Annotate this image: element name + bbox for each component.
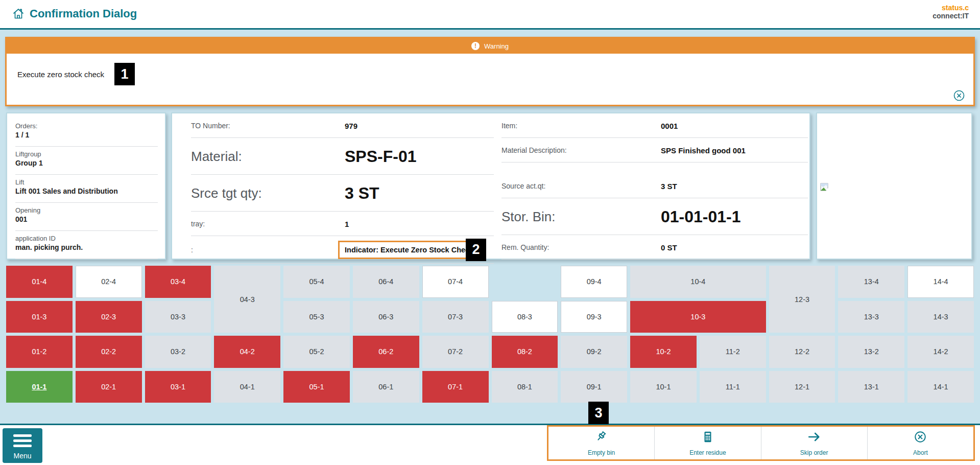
bin-cell-14-1[interactable]: 14-1 — [907, 371, 974, 403]
order-detail-panel: TO Number:979Material:SPS-F-01Srce tgt q… — [171, 112, 810, 260]
bin-cell-02-1[interactable]: 02-1 — [76, 371, 142, 403]
action-button-label: Empty bin — [588, 449, 615, 456]
annotation-badge-2: 2 — [466, 239, 486, 261]
bin-cell-10-3[interactable]: 10-3 — [630, 301, 766, 333]
confirmation-dialog-screen: Confirmation Dialog status.c connect:IT … — [0, 0, 980, 465]
bin-cell-07-3[interactable]: 07-3 — [422, 301, 489, 333]
bin-cell-09-1[interactable]: 09-1 — [561, 371, 627, 403]
hamburger-icon — [13, 434, 32, 447]
bin-cell-02-2[interactable]: 02-2 — [76, 336, 142, 368]
field-value: 1 / 1 — [15, 131, 158, 139]
order-info-row: LiftLift 001 Sales and Distribution — [15, 175, 158, 203]
bin-cell-02-4[interactable]: 02-4 — [76, 266, 142, 298]
brand-logo: status.c connect:IT — [933, 4, 969, 20]
bin-cell-08-1[interactable]: 08-1 — [492, 371, 558, 403]
warning-dialog: ! Warning Execute zero stock check 1 — [5, 37, 975, 106]
field-value: SPS Finished good 001 — [661, 146, 746, 154]
field-value: Group 1 — [15, 159, 158, 167]
bin-cell-10-4[interactable]: 10-4 — [630, 266, 766, 298]
bin-cell-05-2[interactable]: 05-2 — [283, 336, 350, 368]
skip-order-button[interactable]: Skip order — [761, 427, 867, 459]
order-info-row: application IDman. picking purch. — [15, 231, 158, 259]
arrow-right-icon — [807, 430, 821, 444]
order-info-row: Orders:1 / 1 — [15, 119, 158, 147]
bin-cell-03-4[interactable]: 03-4 — [145, 266, 211, 298]
empty-bin-button[interactable]: Empty bin — [548, 427, 654, 459]
warning-info-icon: ! — [471, 42, 480, 50]
bin-cell-07-1[interactable]: 07-1 — [422, 371, 489, 403]
bin-cell-01-3[interactable]: 01-3 — [6, 301, 73, 333]
bin-cell-05-3[interactable]: 05-3 — [283, 301, 350, 333]
action-button-label: Skip order — [800, 449, 828, 456]
field-label: Orders: — [15, 122, 158, 130]
field-label: Material Description: — [501, 146, 567, 154]
bin-cell-13-1[interactable]: 13-1 — [838, 371, 904, 403]
bin-cell-12-1[interactable]: 12-1 — [769, 371, 835, 403]
menu-button[interactable]: Menu — [3, 428, 42, 463]
top-header: Confirmation Dialog status.c connect:IT — [0, 0, 980, 28]
bin-cell-13-2[interactable]: 13-2 — [838, 336, 904, 368]
bin-cell-04-1[interactable]: 04-1 — [214, 371, 280, 403]
field-value: 01-01-01-1 — [661, 207, 741, 226]
detail-row: Material:SPS-F-01 — [191, 138, 494, 175]
bin-cell-13-3[interactable]: 13-3 — [838, 301, 904, 333]
bin-cell-14-2[interactable]: 14-2 — [907, 336, 974, 368]
home-icon[interactable] — [12, 8, 25, 20]
warning-title: Warning — [484, 42, 509, 50]
footer-bar: Menu Empty binEnter residueSkip orderAbo… — [0, 425, 980, 465]
bin-cell-07-4[interactable]: 07-4 — [422, 266, 489, 298]
page-title: Confirmation Dialog — [30, 7, 137, 20]
bin-cell-01-2[interactable]: 01-2 — [6, 336, 73, 368]
field-value: 3 ST — [661, 181, 677, 190]
field-label: Stor. Bin: — [501, 208, 556, 224]
bin-cell-03-3[interactable]: 03-3 — [145, 301, 211, 333]
field-label: Source act.qt: — [501, 182, 545, 190]
bin-cell-11-1[interactable]: 11-1 — [700, 371, 766, 403]
bin-cell-14-3[interactable]: 14-3 — [907, 301, 974, 333]
bin-cell-12-2[interactable]: 12-2 — [769, 336, 835, 368]
bin-cell-09-3[interactable]: 09-3 — [561, 301, 627, 333]
bin-cell-05-1[interactable]: 05-1 — [283, 371, 350, 403]
bin-cell-09-2[interactable]: 09-2 — [561, 336, 627, 368]
detail-row: Rem. Quantity:0 ST — [501, 235, 808, 260]
detail-row: Material Description:SPS Finished good 0… — [501, 138, 808, 162]
bin-cell-10-1[interactable]: 10-1 — [630, 371, 697, 403]
annotation-badge-3: 3 — [588, 402, 609, 424]
bin-cell-11-2[interactable]: 11-2 — [700, 336, 766, 368]
field-label: application ID — [15, 235, 158, 242]
field-label: Item: — [501, 122, 517, 130]
bin-cell-08-2[interactable]: 08-2 — [492, 336, 558, 368]
warning-header: ! Warning — [7, 38, 973, 54]
bin-cell-02-3[interactable]: 02-3 — [76, 301, 142, 333]
bin-cell-06-1[interactable]: 06-1 — [353, 371, 419, 403]
enter-residue-button[interactable]: Enter residue — [654, 427, 760, 459]
bin-cell-06-2[interactable]: 06-2 — [353, 336, 419, 368]
bin-cell-07-2[interactable]: 07-2 — [422, 336, 489, 368]
bin-cell-14-4[interactable]: 14-4 — [907, 266, 974, 298]
warning-close-icon[interactable] — [953, 89, 965, 102]
field-value: 3 ST — [345, 183, 379, 202]
field-label: Liftgroup — [15, 150, 158, 158]
bin-cell-01-4[interactable]: 01-4 — [6, 266, 73, 298]
bin-cell-13-4[interactable]: 13-4 — [838, 266, 904, 298]
bin-cell-06-4[interactable]: 06-4 — [353, 266, 419, 298]
bin-cell-03-1[interactable]: 03-1 — [145, 371, 211, 403]
abort-button[interactable]: Abort — [867, 427, 973, 459]
bin-cell-04-3[interactable]: 04-3 — [214, 266, 280, 333]
detail-row: tray:1 — [191, 212, 494, 236]
bin-cell-12-3[interactable]: 12-3 — [769, 266, 835, 333]
bin-cell-03-2[interactable]: 03-2 — [145, 336, 211, 368]
bin-cell-06-3[interactable]: 06-3 — [353, 301, 419, 333]
bin-cell-04-2[interactable]: 04-2 — [214, 336, 280, 368]
order-info-row: Opening001 — [15, 203, 158, 231]
bin-cell-01-1[interactable]: 01-1 — [6, 371, 73, 403]
bin-cell-08-3[interactable]: 08-3 — [492, 301, 558, 333]
warning-message: Execute zero stock check — [17, 70, 104, 79]
bin-cell-09-4[interactable]: 09-4 — [561, 266, 627, 298]
bin-cell-10-2[interactable]: 10-2 — [630, 336, 697, 368]
detail-row: Source act.qt:3 ST — [501, 174, 808, 198]
indicator-highlight-box: Indicator: Execute Zero Stock Check — [338, 241, 480, 259]
bin-cell-05-4[interactable]: 05-4 — [283, 266, 350, 298]
action-button-label: Enter residue — [689, 449, 726, 456]
annotation-badge-1: 1 — [114, 63, 135, 85]
